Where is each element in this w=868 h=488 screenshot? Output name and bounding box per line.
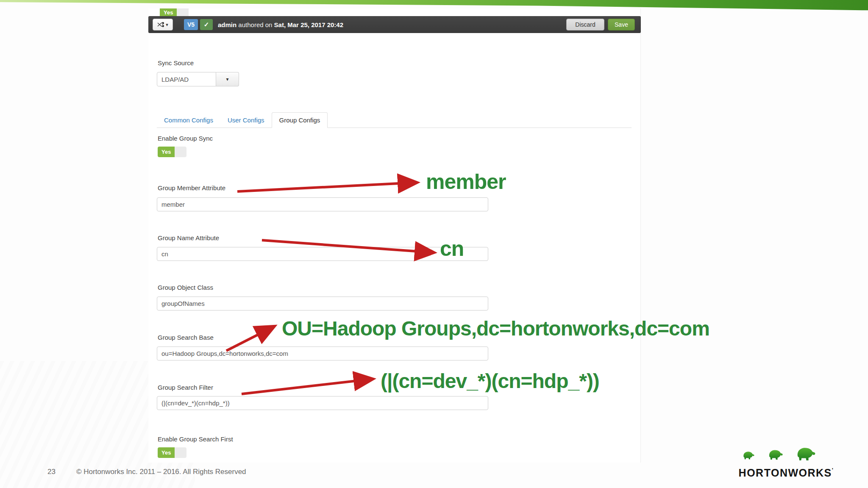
toggle-off-track xyxy=(177,8,189,16)
group-name-attribute-input[interactable] xyxy=(157,247,488,261)
annotation-cn: cn xyxy=(440,236,464,261)
config-tabs: Common Configs User Configs Group Config… xyxy=(157,111,632,128)
annotation-search-base: OU=Hadoop Groups,dc=hortonworks,dc=com xyxy=(282,317,709,340)
enable-group-search-first-label: Enable Group Search First xyxy=(158,435,233,443)
authored-text: admin authored on Sat, Mar 25, 2017 20:4… xyxy=(218,21,343,28)
toggle-off-track xyxy=(175,447,186,458)
copyright-text: © Hortonworks Inc. 2011 – 2016. All Righ… xyxy=(76,468,246,476)
shuffle-icon xyxy=(157,22,164,27)
caret-down-icon: ▾ xyxy=(166,22,168,28)
authored-date: Sat, Mar 25, 2017 20:42 xyxy=(274,21,343,28)
partial-toggle-cutoff: Yes xyxy=(160,8,189,16)
group-search-base-input[interactable] xyxy=(157,347,488,360)
toggle-on-label: Yes xyxy=(160,8,177,16)
group-object-class-label: Group Object Class xyxy=(158,284,213,291)
group-search-filter-input[interactable] xyxy=(157,396,488,410)
toggle-on-label: Yes xyxy=(158,147,175,157)
group-name-attribute-label: Group Name Attribute xyxy=(158,234,219,241)
annotation-member: member xyxy=(426,169,506,194)
enable-group-search-first-toggle[interactable]: Yes xyxy=(158,447,186,458)
group-search-filter-label: Group Search Filter xyxy=(158,384,213,391)
trademark-icon: ' xyxy=(832,467,834,473)
tab-common-configs[interactable]: Common Configs xyxy=(157,113,220,128)
discard-button[interactable]: Discard xyxy=(566,19,604,30)
tab-user-configs[interactable]: User Configs xyxy=(220,113,272,128)
sync-source-input[interactable] xyxy=(157,72,216,86)
current-version-check-badge[interactable]: ✓ xyxy=(200,19,213,30)
page-number: 23 xyxy=(47,468,56,476)
version-switch-button[interactable]: ▾ xyxy=(153,19,173,30)
group-member-attribute-label: Group Member Attribute xyxy=(158,184,225,191)
caret-down-icon: ▾ xyxy=(226,76,228,82)
sync-source-dropdown-button[interactable]: ▾ xyxy=(216,72,239,86)
tab-group-configs[interactable]: Group Configs xyxy=(272,112,328,128)
sync-source-select: ▾ xyxy=(157,72,239,86)
toggle-on-label: Yes xyxy=(158,447,175,458)
sync-source-label: Sync Source xyxy=(158,59,194,67)
toggle-partial[interactable]: Yes xyxy=(160,8,189,16)
enable-group-sync-label: Enable Group Sync xyxy=(158,135,213,142)
elephants-icon xyxy=(742,445,831,465)
annotation-search-filter: (|(cn=dev_*)(cn=hdp_*)) xyxy=(381,369,599,393)
slide: Yes ▾ V5 ✓ admin authored on Sat, xyxy=(0,0,868,488)
group-search-base-label: Group Search Base xyxy=(158,334,214,341)
screenshot-panel: Yes ▾ V5 ✓ admin authored on Sat, xyxy=(148,8,641,463)
version-bar: ▾ V5 ✓ admin authored on Sat, Mar 25, 20… xyxy=(148,16,641,33)
logo-wordmark: HORTONWORKS' xyxy=(733,467,839,479)
toggle-off-track xyxy=(175,147,186,157)
group-member-attribute-input[interactable] xyxy=(157,197,488,211)
save-button[interactable]: Save xyxy=(608,19,635,30)
version-badge[interactable]: V5 xyxy=(184,19,198,30)
check-icon: ✓ xyxy=(204,21,209,28)
group-object-class-input[interactable] xyxy=(157,297,488,311)
enable-group-sync-toggle[interactable]: Yes xyxy=(158,147,186,157)
author-name: admin xyxy=(218,21,236,28)
hortonworks-logo: HORTONWORKS' xyxy=(733,445,839,479)
